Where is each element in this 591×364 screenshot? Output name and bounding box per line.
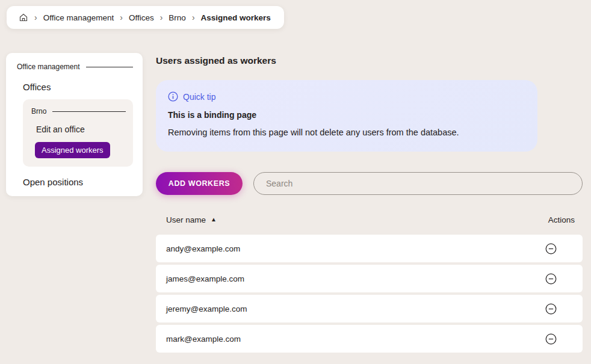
- quick-tip-heading: This is a binding page: [168, 110, 525, 120]
- sidebar-item-offices[interactable]: Offices: [23, 82, 133, 92]
- sidebar-item-edit-office[interactable]: Edit an office: [36, 125, 126, 134]
- table-row: andy@example.com: [156, 235, 583, 262]
- row-username: jeremy@example.com: [166, 304, 247, 313]
- row-username: mark@example.com: [166, 335, 241, 344]
- divider-line: [86, 67, 133, 67]
- home-icon[interactable]: [19, 13, 28, 22]
- remove-worker-button[interactable]: [545, 242, 557, 254]
- search-input[interactable]: [253, 172, 583, 195]
- remove-worker-button[interactable]: [545, 273, 557, 285]
- sort-ascending-icon[interactable]: ▲: [211, 217, 217, 223]
- toolbar: ADD WORKERS: [156, 172, 583, 195]
- sidebar-office-name-row: Brno: [31, 107, 126, 116]
- search-field-wrapper: [253, 172, 583, 195]
- breadcrumb-separator: ›: [159, 13, 164, 22]
- quick-tip-body: Removing items from this page will not d…: [168, 128, 525, 137]
- worker-rows: andy@example.com james@example.com jerem…: [156, 235, 583, 353]
- minus-circle-icon: [545, 333, 557, 345]
- sidebar: Office management Offices Brno Edit an o…: [6, 53, 143, 196]
- minus-circle-icon: [545, 303, 557, 315]
- sidebar-office-name: Brno: [31, 107, 46, 116]
- sidebar-group-office-management: Office management: [17, 63, 133, 71]
- breadcrumb-separator: ›: [119, 13, 123, 22]
- breadcrumb: › Office management › Offices › Brno › A…: [7, 6, 284, 29]
- breadcrumb-item-assigned-workers: Assigned workers: [201, 13, 271, 22]
- breadcrumb-separator: ›: [191, 13, 196, 22]
- sidebar-item-assigned-workers[interactable]: Assigned workers: [35, 142, 110, 158]
- table-row: mark@example.com: [156, 325, 583, 353]
- breadcrumb-item-offices[interactable]: Offices: [129, 13, 154, 22]
- column-header-username-label: User name: [166, 215, 206, 224]
- divider-line: [52, 111, 126, 112]
- sidebar-office-panel: Brno Edit an office Assigned workers: [23, 99, 133, 167]
- breadcrumb-item-office-management[interactable]: Office management: [43, 13, 114, 22]
- breadcrumb-separator: ›: [34, 13, 38, 22]
- quick-tip-box: Quick tip This is a binding page Removin…: [156, 80, 537, 152]
- table-header: User name ▲ Actions: [156, 213, 583, 226]
- sidebar-group-label: Office management: [17, 63, 80, 71]
- add-workers-button[interactable]: ADD WORKERS: [156, 172, 243, 195]
- row-username: andy@example.com: [166, 244, 240, 253]
- minus-circle-icon: [545, 273, 557, 285]
- info-icon: [168, 91, 178, 102]
- remove-worker-button[interactable]: [545, 333, 557, 345]
- page-title: Users assigned as workers: [156, 55, 276, 66]
- row-username: james@example.com: [166, 274, 244, 283]
- remove-worker-button[interactable]: [545, 303, 557, 315]
- sidebar-item-open-positions[interactable]: Open positions: [23, 177, 133, 187]
- column-header-actions: Actions: [548, 215, 575, 224]
- quick-tip-label: Quick tip: [183, 92, 215, 102]
- minus-circle-icon: [545, 243, 557, 254]
- quick-tip-header: Quick tip: [168, 91, 525, 102]
- table-row: james@example.com: [156, 265, 583, 292]
- column-header-username[interactable]: User name ▲: [166, 215, 217, 224]
- table-row: jeremy@example.com: [156, 295, 583, 322]
- breadcrumb-item-brno[interactable]: Brno: [169, 13, 186, 22]
